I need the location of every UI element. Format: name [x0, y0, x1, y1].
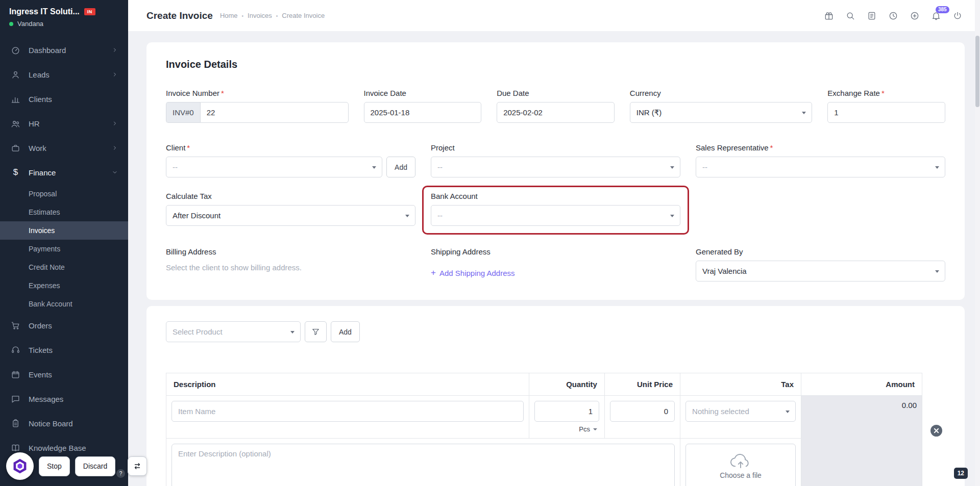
- swap-arrows-icon: [133, 462, 142, 471]
- notification-count-badge: 385: [936, 6, 949, 13]
- caret-down-icon: [593, 428, 597, 430]
- quantity-input[interactable]: [534, 401, 599, 422]
- knowledge-base-icon: [10, 443, 21, 453]
- project-value: --: [437, 163, 443, 171]
- caret-down-icon: [670, 166, 674, 169]
- items-table-wrap: Description Quantity Unit Price Tax Amou…: [166, 373, 945, 486]
- filter-products-button[interactable]: [305, 321, 327, 342]
- invoice-number-input[interactable]: [200, 102, 349, 123]
- add-shipping-address-link[interactable]: + Add Shipping Address: [431, 268, 515, 278]
- apps-box-icon[interactable]: [824, 11, 834, 21]
- page-content: Invoice Details Invoice Number* INV#0 In…: [128, 31, 980, 486]
- sidebar-item-orders[interactable]: Orders: [0, 313, 128, 338]
- product-bar: Select Product Add: [166, 321, 945, 342]
- remove-item-button[interactable]: [930, 425, 942, 437]
- quick-add-icon[interactable]: [910, 11, 920, 21]
- calculate-tax-select[interactable]: After Discount: [166, 205, 415, 226]
- sidebar-item-invoices[interactable]: Invoices: [0, 221, 128, 240]
- sidebar-item-proposal[interactable]: Proposal: [0, 185, 128, 203]
- bank-account-select[interactable]: --: [431, 205, 680, 226]
- generated-by-select[interactable]: Vraj Valencia: [696, 261, 945, 282]
- page-title: Create Invoice: [146, 10, 213, 21]
- logout-power-icon[interactable]: [952, 11, 963, 21]
- required-marker: *: [221, 89, 224, 97]
- billing-address-field: Billing Address Select the client to sho…: [166, 247, 415, 282]
- search-icon[interactable]: [845, 11, 855, 21]
- project-select[interactable]: --: [431, 157, 680, 177]
- unit-price-input[interactable]: [610, 401, 675, 422]
- help-bubble[interactable]: ?: [116, 469, 125, 478]
- invoice-number-prefix: INV#0: [166, 102, 200, 123]
- select-product-dropdown[interactable]: Select Product: [166, 321, 301, 342]
- caret-down-icon: [372, 166, 376, 169]
- sidebar-item-leads[interactable]: Leads: [0, 62, 128, 87]
- breadcrumb-separator: [276, 12, 278, 19]
- sidebar-item-work[interactable]: Work: [0, 136, 128, 160]
- sidebar-item-finance[interactable]: $ Finance: [0, 160, 128, 185]
- currency-value: INR (₹): [636, 108, 662, 117]
- client-select[interactable]: --: [166, 157, 382, 177]
- topbar-actions: 385: [824, 11, 963, 21]
- due-date-input[interactable]: [497, 102, 615, 123]
- sidebar-item-clients[interactable]: Clients: [0, 87, 128, 111]
- notifications-bell-icon[interactable]: 385: [931, 11, 941, 21]
- funnel-icon: [311, 327, 320, 336]
- currency-select[interactable]: INR (₹): [630, 102, 813, 123]
- add-product-button[interactable]: Add: [331, 321, 360, 342]
- sidebar-item-tickets[interactable]: Tickets: [0, 338, 128, 362]
- caret-down-icon: [935, 166, 939, 169]
- app-root: Ingress IT Soluti... IN Vandana Dashboar…: [0, 0, 980, 486]
- exchange-rate-input[interactable]: [827, 102, 945, 123]
- sidebar-item-expenses[interactable]: Expenses: [0, 276, 128, 295]
- sidebar-item-credit-note[interactable]: Credit Note: [0, 258, 128, 276]
- scrollbar-thumb[interactable]: [975, 36, 979, 107]
- add-client-button[interactable]: Add: [386, 157, 415, 177]
- cloud-upload-icon: [729, 453, 752, 470]
- discard-button[interactable]: Discard: [75, 456, 115, 476]
- sidebar-item-estimates[interactable]: Estimates: [0, 203, 128, 221]
- tax-select[interactable]: Nothing selected: [685, 401, 796, 422]
- calculate-tax-field: Calculate Tax After Discount: [166, 192, 415, 226]
- sales-representative-field: Sales Representative* --: [696, 143, 945, 177]
- clients-icon: [10, 94, 21, 104]
- page-scrollbar[interactable]: [975, 0, 980, 486]
- client-field: Client* -- Add: [166, 143, 415, 177]
- orders-icon: [10, 321, 21, 330]
- sidebar-item-notice-board[interactable]: Notice Board: [0, 411, 128, 436]
- item-description-textarea[interactable]: [172, 444, 675, 486]
- sidebar-item-dashboard[interactable]: Dashboard: [0, 38, 128, 62]
- sidebar-item-messages[interactable]: Messages: [0, 387, 128, 411]
- history-clock-icon[interactable]: [888, 11, 898, 21]
- billing-address-hint: Select the client to show billing addres…: [166, 263, 415, 272]
- choose-file-upload[interactable]: Choose a file: [685, 444, 796, 486]
- breadcrumb-separator: [242, 12, 244, 19]
- sidebar-item-hr[interactable]: HR: [0, 111, 128, 136]
- sales-representative-select[interactable]: --: [696, 157, 945, 177]
- bank-account-value: --: [437, 211, 443, 220]
- breadcrumb-home[interactable]: Home: [220, 12, 238, 19]
- stop-button[interactable]: Stop: [39, 456, 70, 476]
- automation-logo[interactable]: [6, 452, 34, 480]
- swap-button[interactable]: [128, 456, 147, 476]
- notice-board-icon: [10, 419, 21, 428]
- sidebar-item-bank-account[interactable]: Bank Account: [0, 295, 128, 313]
- main-area: Create Invoice Home Invoices Create Invo…: [128, 0, 980, 486]
- sidebar-item-payments[interactable]: Payments: [0, 240, 128, 258]
- events-icon: [10, 370, 21, 379]
- hr-icon: [10, 119, 21, 129]
- notes-icon[interactable]: [867, 11, 877, 21]
- project-field: Project --: [431, 143, 680, 177]
- unit-select[interactable]: Pcs: [534, 425, 599, 433]
- items-table: Description Quantity Unit Price Tax Amou…: [166, 373, 922, 486]
- sidebar-item-events[interactable]: Events: [0, 362, 128, 387]
- generated-by-value: Vraj Valencia: [702, 267, 747, 275]
- invoice-date-field: Invoice Date: [364, 89, 482, 123]
- section-title: Invoice Details: [166, 59, 945, 70]
- close-icon: [934, 428, 939, 433]
- amount-cell: 0.00: [801, 396, 922, 486]
- item-name-input[interactable]: [172, 401, 524, 422]
- breadcrumb-invoices[interactable]: Invoices: [248, 12, 272, 19]
- invoice-date-input[interactable]: [364, 102, 482, 123]
- exchange-rate-field: Exchange Rate*: [827, 89, 945, 123]
- caret-down-icon: [670, 215, 674, 217]
